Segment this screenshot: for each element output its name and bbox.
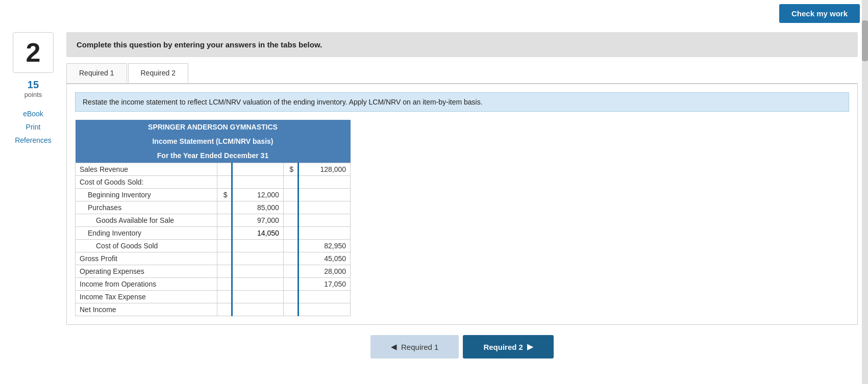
outer-dollar: $ <box>283 163 298 176</box>
tab-content: Restate the income statement to reflect … <box>66 84 858 325</box>
inner-value-cell <box>232 240 283 252</box>
inner-value-cell <box>232 291 283 303</box>
points-section: 15 points <box>24 79 42 98</box>
outer-value-input[interactable] <box>303 305 346 314</box>
outer-value-cell <box>299 201 351 214</box>
inner-value-cell[interactable] <box>232 227 283 240</box>
inner-dollar <box>217 201 232 214</box>
inner-dollar <box>217 252 232 265</box>
inner-dollar <box>217 265 232 278</box>
inner-value-cell: 12,000 <box>232 189 283 201</box>
table-row: Beginning Inventory$12,000 <box>76 189 351 201</box>
inner-dollar: $ <box>217 189 232 201</box>
print-button[interactable]: Print <box>22 122 45 132</box>
outer-value-cell[interactable] <box>299 291 351 303</box>
outer-value-input[interactable] <box>303 293 346 301</box>
table-row: Gross Profit45,050 <box>76 252 351 265</box>
inner-dollar <box>217 303 232 316</box>
table-row: Cost of Goods Sold82,950 <box>76 240 351 252</box>
row-label: Beginning Inventory <box>76 189 217 201</box>
inner-value-cell <box>232 265 283 278</box>
left-sidebar: 2 15 points eBook Print References <box>0 27 66 369</box>
table-row: Cost of Goods Sold: <box>76 176 351 189</box>
table-row: Purchases85,000 <box>76 201 351 214</box>
inner-dollar <box>217 214 232 227</box>
table-row: Sales Revenue$128,000 <box>76 163 351 176</box>
instruction-banner: Complete this question by entering your … <box>66 32 858 57</box>
table-row: Goods Available for Sale97,000 <box>76 214 351 227</box>
next-button[interactable]: Required 2 ▶ <box>463 335 554 359</box>
outer-value-cell: 17,050 <box>299 278 351 291</box>
question-number: 2 <box>26 37 41 68</box>
sidebar-links: eBook Print References <box>5 109 61 145</box>
scrollbar-thumb[interactable] <box>862 20 868 61</box>
instruction-text: Complete this question by entering your … <box>77 40 322 49</box>
outer-dollar <box>283 265 298 278</box>
row-label: Net Income <box>76 303 217 316</box>
ebook-button[interactable]: eBook <box>19 109 47 119</box>
outer-dollar <box>283 252 298 265</box>
outer-dollar <box>283 176 298 189</box>
inner-value-cell: 85,000 <box>232 201 283 214</box>
table-row: Operating Expenses28,000 <box>76 265 351 278</box>
inner-dollar <box>217 291 232 303</box>
outer-value-cell <box>299 176 351 189</box>
table-header-row3: For the Year Ended December 31 <box>76 148 351 163</box>
points-label: points <box>24 91 42 98</box>
question-number-box: 2 <box>13 32 54 73</box>
restate-instruction: Restate the income statement to reflect … <box>75 92 849 112</box>
outer-value-cell[interactable] <box>299 303 351 316</box>
row-label: Goods Available for Sale <box>76 214 217 227</box>
check-my-work-button[interactable]: Check my work <box>779 4 860 23</box>
table-header-row2: Income Statement (LCM/NRV basis) <box>76 134 351 148</box>
table-title1: SPRINGER ANDERSON GYMNASTICS <box>76 120 351 134</box>
row-label: Cost of Goods Sold <box>76 240 217 252</box>
points-number: 15 <box>24 79 42 91</box>
tab-required1[interactable]: Required 1 <box>66 63 127 83</box>
top-bar: Check my work <box>0 0 868 27</box>
outer-value-cell <box>299 214 351 227</box>
prev-icon: ◀ <box>391 342 397 351</box>
inner-dollar <box>217 240 232 252</box>
outer-value-cell <box>299 227 351 240</box>
table-header-row1: SPRINGER ANDERSON GYMNASTICS <box>76 120 351 134</box>
inner-value-cell <box>232 303 283 316</box>
outer-dollar <box>283 189 298 201</box>
restate-instruction-text: Restate the income statement to reflect … <box>83 98 483 106</box>
inner-dollar <box>217 163 232 176</box>
inner-value-cell: 97,000 <box>232 214 283 227</box>
tabs-row: Required 1 Required 2 <box>66 63 858 84</box>
next-label: Required 2 <box>483 343 523 351</box>
outer-value-cell <box>299 189 351 201</box>
row-label: Cost of Goods Sold: <box>76 176 217 189</box>
table-title2: Income Statement (LCM/NRV basis) <box>76 134 351 148</box>
prev-button[interactable]: ◀ Required 1 <box>370 335 459 359</box>
row-label: Income Tax Expense <box>76 291 217 303</box>
outer-dollar <box>283 227 298 240</box>
inner-dollar <box>217 227 232 240</box>
table-title3: For the Year Ended December 31 <box>76 148 351 163</box>
outer-dollar <box>283 303 298 316</box>
row-label: Operating Expenses <box>76 265 217 278</box>
bottom-nav: ◀ Required 1 Required 2 ▶ <box>66 325 858 364</box>
scrollbar[interactable] <box>862 0 868 369</box>
inner-dollar <box>217 176 232 189</box>
outer-dollar <box>283 201 298 214</box>
row-label: Ending Inventory <box>76 227 217 240</box>
content-area: Complete this question by entering your … <box>66 27 868 369</box>
inner-value-cell <box>232 278 283 291</box>
next-icon: ▶ <box>527 342 533 351</box>
outer-value-cell: 82,950 <box>299 240 351 252</box>
prev-label: Required 1 <box>401 343 438 351</box>
references-button[interactable]: References <box>11 135 56 145</box>
main-layout: 2 15 points eBook Print References Compl… <box>0 27 868 369</box>
outer-dollar <box>283 240 298 252</box>
outer-value-cell: 45,050 <box>299 252 351 265</box>
outer-value-cell: 28,000 <box>299 265 351 278</box>
tab-required2[interactable]: Required 2 <box>128 63 189 83</box>
row-label: Income from Operations <box>76 278 217 291</box>
table-row: Income Tax Expense <box>76 291 351 303</box>
table-row: Net Income <box>76 303 351 316</box>
inner-value-input[interactable] <box>237 229 279 237</box>
row-label: Sales Revenue <box>76 163 217 176</box>
